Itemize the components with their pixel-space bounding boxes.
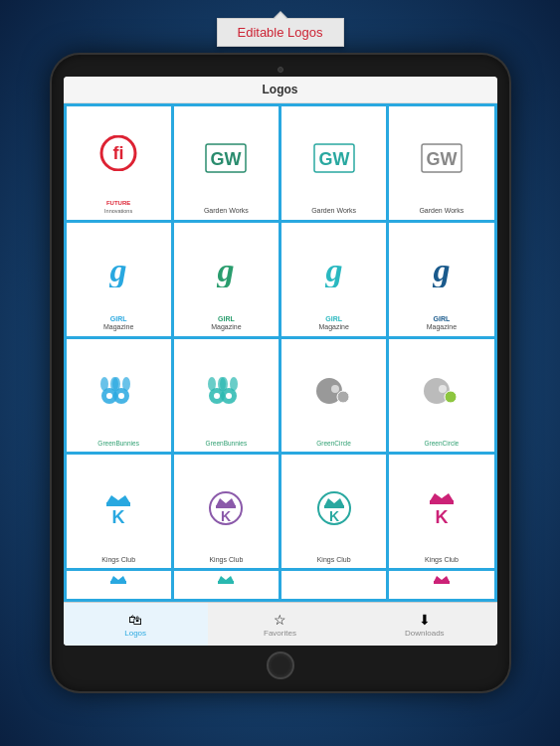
girl4-graphic: g [391, 227, 491, 313]
partial-cell-4 [389, 571, 493, 599]
kings4-label: Kings Club [425, 556, 459, 564]
svg-point-24 [220, 377, 228, 391]
logo-cell-kings4[interactable]: K Kings Club [389, 455, 493, 568]
bunnies2-label: GreenBunnies [206, 440, 248, 448]
screen-header: Logos [64, 77, 497, 103]
circle1-label: GreenCircle [316, 440, 351, 448]
svg-point-14 [100, 377, 108, 391]
logo-row-4: K Kings Club K [67, 455, 494, 568]
logo-row-partial [67, 571, 494, 599]
svg-text:K: K [112, 507, 125, 525]
logo-grid: fi FUTURE Innovations GW [64, 103, 497, 602]
girl4-label: GIRL Magazine [427, 315, 457, 332]
girl1-graphic: g [69, 227, 169, 313]
favorites-icon: ☆ [274, 612, 286, 628]
gw1-label: Garden Works [204, 207, 249, 215]
svg-text:g: g [432, 252, 450, 287]
svg-point-18 [106, 393, 112, 399]
svg-text:g: g [324, 252, 342, 287]
logos-tab-label: Logos [124, 629, 146, 638]
svg-point-16 [112, 377, 120, 391]
svg-marker-42 [324, 498, 344, 506]
logo-cell-gw1[interactable]: GW Garden Works [174, 106, 279, 220]
svg-text:K: K [435, 507, 448, 525]
logo-cell-future[interactable]: fi FUTURE Innovations [67, 106, 171, 220]
svg-text:fi: fi [113, 143, 124, 163]
svg-text:K: K [329, 508, 339, 524]
kings1-graphic: K [69, 459, 169, 553]
svg-point-19 [118, 393, 124, 399]
ipad-camera [278, 67, 283, 73]
ipad-home-button[interactable] [267, 652, 294, 679]
kings3-label: Kings Club [317, 556, 351, 564]
svg-point-22 [208, 377, 216, 391]
bunnies2-graphic [176, 343, 277, 438]
gw2-graphic: GW [283, 110, 384, 205]
svg-marker-45 [430, 493, 454, 501]
logo-cell-girl2[interactable]: g GIRL Magazine [174, 223, 279, 336]
logo-cell-kings2[interactable]: K Kings Club [174, 455, 279, 568]
screen-title: Logos [263, 83, 298, 96]
gw3-graphic: GW [391, 110, 491, 205]
logo-cell-girl3[interactable]: g GIRL Magazine [281, 223, 386, 336]
bunnies1-graphic [69, 343, 169, 438]
future-logo-label: FUTURE Innovations [104, 199, 132, 216]
circle1-graphic [283, 343, 384, 438]
logo-row-1: fi FUTURE Innovations GW [67, 106, 494, 220]
tab-logos[interactable]: 🛍 Logos [64, 603, 208, 646]
gw2-label: Garden Works [311, 207, 356, 215]
svg-point-33 [439, 385, 447, 393]
kings4-graphic: K [391, 459, 491, 553]
svg-point-25 [230, 377, 238, 391]
logo-cell-circle1[interactable]: GreenCircle [281, 339, 386, 453]
girl2-label: GIRL Magazine [211, 315, 241, 332]
circle2-label: GreenCircle [425, 440, 460, 448]
tooltip-tag: Editable Logos [216, 18, 343, 47]
logo-cell-girl4[interactable]: g GIRL Magazine [389, 223, 493, 336]
logo-row-3: GreenBunnies [67, 339, 494, 453]
logo-cell-bunnies1[interactable]: GreenBunnies [67, 339, 171, 453]
girl3-label: GIRL Magazine [318, 315, 348, 332]
downloads-icon: ⬇ [419, 612, 431, 628]
ipad-screen: Logos fi FUTURE Innovations [64, 77, 497, 646]
kings2-label: Kings Club [209, 556, 243, 564]
tab-bar: 🛍 Logos ☆ Favorites ⬇ Downloads [64, 602, 497, 646]
tooltip-label: Editable Logos [237, 25, 322, 40]
gw1-graphic: GW [176, 110, 277, 205]
svg-text:K: K [221, 508, 231, 524]
kings3-graphic: K [283, 459, 384, 553]
svg-marker-38 [216, 498, 236, 506]
svg-point-17 [122, 377, 130, 391]
logo-row-2: g GIRL Magazine g GIRL [67, 223, 494, 336]
svg-rect-53 [434, 581, 450, 584]
svg-rect-49 [110, 581, 126, 584]
svg-text:GW: GW [426, 149, 457, 169]
svg-point-30 [331, 385, 339, 393]
logo-cell-gw3[interactable]: GW Garden Works [389, 106, 493, 220]
svg-point-32 [445, 391, 457, 403]
logo-cell-kings1[interactable]: K Kings Club [67, 455, 171, 568]
girl1-label: GIRL Magazine [103, 315, 133, 332]
partial-cell-2 [174, 571, 279, 599]
partial-cell-3 [281, 571, 386, 599]
svg-point-26 [214, 393, 220, 399]
ipad-frame: Logos fi FUTURE Innovations [52, 55, 509, 691]
kings2-graphic: K [176, 459, 277, 553]
logo-cell-kings3[interactable]: K Kings Club [281, 455, 386, 568]
tab-favorites[interactable]: ☆ Favorites [208, 603, 352, 646]
circle2-graphic [391, 343, 491, 438]
logos-icon: 🛍 [128, 612, 142, 628]
svg-marker-34 [106, 495, 130, 503]
logo-cell-girl1[interactable]: g GIRL Magazine [67, 223, 171, 336]
logo-cell-bunnies2[interactable]: GreenBunnies [174, 339, 279, 453]
svg-text:GW: GW [211, 149, 242, 169]
svg-point-29 [337, 391, 349, 403]
svg-text:GW: GW [318, 149, 349, 169]
logo-cell-circle2[interactable]: GreenCircle [389, 339, 493, 453]
downloads-tab-label: Downloads [405, 629, 445, 638]
bunnies1-label: GreenBunnies [97, 440, 139, 448]
favorites-tab-label: Favorites [264, 629, 296, 638]
logo-cell-gw2[interactable]: GW Garden Works [281, 106, 386, 220]
svg-point-27 [226, 393, 232, 399]
tab-downloads[interactable]: ⬇ Downloads [352, 603, 496, 646]
